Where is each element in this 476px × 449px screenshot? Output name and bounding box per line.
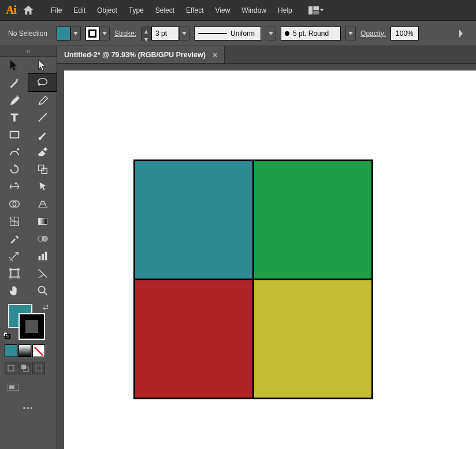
color-mode-gradient[interactable] xyxy=(18,344,31,357)
svg-point-3 xyxy=(39,103,40,105)
tool-free-transform[interactable] xyxy=(28,178,57,195)
svg-point-17 xyxy=(9,257,10,258)
tool-slice[interactable] xyxy=(28,265,57,282)
variable-width-profile[interactable]: Uniform xyxy=(194,27,261,40)
svg-rect-22 xyxy=(10,270,18,277)
svg-rect-7 xyxy=(42,168,47,173)
brush-label: 5 pt. Round xyxy=(293,29,329,38)
artboard xyxy=(64,70,476,449)
tool-direct-selection[interactable] xyxy=(28,57,57,74)
fill-swatch[interactable] xyxy=(57,27,70,40)
home-icon[interactable] xyxy=(22,4,35,17)
brush-dropdown[interactable] xyxy=(345,27,356,40)
stroke-dropdown[interactable] xyxy=(99,27,110,40)
tool-paintbrush[interactable] xyxy=(28,126,57,143)
tool-magic-wand[interactable] xyxy=(0,74,28,91)
svg-rect-21 xyxy=(44,252,47,261)
draw-behind-icon[interactable] xyxy=(18,362,31,374)
menu-help[interactable]: Help xyxy=(272,4,298,17)
stroke-width-dropdown[interactable] xyxy=(179,27,189,40)
menu-edit[interactable]: Edit xyxy=(68,4,91,17)
control-bar: No Selection Stroke: ▴▾ 3 pt Uniform 5 p… xyxy=(0,21,476,46)
menu-select[interactable]: Select xyxy=(150,4,180,17)
default-fill-stroke-icon[interactable] xyxy=(3,332,10,341)
tool-column-graph[interactable] xyxy=(28,247,57,265)
opacity-field[interactable]: 100% xyxy=(391,27,419,40)
profile-dropdown[interactable] xyxy=(266,27,276,40)
controlbar-overflow[interactable] xyxy=(454,27,468,40)
tool-rectangle[interactable] xyxy=(0,126,28,143)
draw-inside-icon[interactable] xyxy=(32,362,45,374)
tool-shaper[interactable] xyxy=(0,143,28,161)
edit-toolbar-button[interactable]: ••• xyxy=(0,399,57,418)
menu-type[interactable]: Type xyxy=(123,4,150,17)
tool-blend[interactable] xyxy=(28,230,57,247)
menu-file[interactable]: File xyxy=(45,4,68,17)
menu-window[interactable]: Window xyxy=(236,4,272,17)
tool-zoom[interactable] xyxy=(28,282,57,299)
brush-definition[interactable]: 5 pt. Round xyxy=(281,27,341,40)
document-tab[interactable]: Untitled-2* @ 79.93% (RGB/GPU Preview) × xyxy=(57,46,225,63)
tool-artboard[interactable] xyxy=(0,265,28,282)
workspace-switcher[interactable] xyxy=(308,5,325,16)
canvas[interactable] xyxy=(57,64,476,449)
document-tab-bar: Untitled-2* @ 79.93% (RGB/GPU Preview) × xyxy=(57,46,476,64)
svg-rect-6 xyxy=(38,165,43,170)
menu-effect[interactable]: Effect xyxy=(180,4,209,17)
selection-status: No Selection xyxy=(8,29,47,38)
fill-dropdown[interactable] xyxy=(70,27,81,40)
stroke-width-spinner[interactable]: ▴▾ 3 pt xyxy=(141,27,189,40)
tool-eyedropper[interactable] xyxy=(0,230,28,247)
panel-collapse-toggle[interactable]: ‹‹ xyxy=(0,46,57,57)
svg-point-5 xyxy=(17,149,19,151)
artwork-rect-tr[interactable] xyxy=(252,159,373,280)
artwork-rect-bl[interactable] xyxy=(133,279,254,399)
artwork-group xyxy=(133,159,373,399)
tool-symbol-sprayer[interactable] xyxy=(0,247,28,265)
tool-selection[interactable] xyxy=(0,57,28,74)
artwork-rect-br[interactable] xyxy=(252,279,373,399)
screen-mode-icon[interactable] xyxy=(5,381,22,394)
tool-gradient[interactable] xyxy=(28,213,57,230)
document-area: Untitled-2* @ 79.93% (RGB/GPU Preview) × xyxy=(57,46,476,449)
svg-rect-4 xyxy=(10,132,18,138)
tool-line-segment[interactable] xyxy=(28,109,57,126)
svg-point-18 xyxy=(12,260,13,261)
tool-width[interactable] xyxy=(0,178,28,195)
artwork-rect-tl[interactable] xyxy=(133,159,254,280)
close-icon[interactable]: × xyxy=(213,50,217,60)
draw-normal-icon[interactable] xyxy=(5,362,17,374)
color-mode-solid[interactable] xyxy=(5,344,17,357)
svg-point-16 xyxy=(10,259,11,261)
svg-point-8 xyxy=(14,183,17,185)
tool-shape-builder[interactable] xyxy=(0,195,28,213)
swap-fill-stroke-icon[interactable]: ⇄ xyxy=(43,303,49,311)
menu-view[interactable]: View xyxy=(210,4,236,17)
document-tab-title: Untitled-2* @ 79.93% (RGB/GPU Preview) xyxy=(64,51,206,59)
menu-object[interactable]: Object xyxy=(91,4,123,17)
tool-type[interactable] xyxy=(0,109,28,126)
tool-eraser[interactable] xyxy=(28,143,57,161)
tool-curvature[interactable] xyxy=(28,91,57,109)
tool-perspective-grid[interactable] xyxy=(28,195,57,213)
stroke-indicator[interactable] xyxy=(20,314,44,339)
tool-mesh[interactable] xyxy=(0,213,28,230)
fill-swatch-group xyxy=(57,27,81,40)
fill-stroke-indicator: ⇄ xyxy=(0,299,57,342)
app-logo: Ai xyxy=(6,3,16,17)
stroke-swatch[interactable] xyxy=(85,27,99,40)
spin-down-icon[interactable]: ▾ xyxy=(142,35,151,43)
tool-pen[interactable] xyxy=(0,91,28,109)
color-mode-none[interactable] xyxy=(32,344,45,357)
svg-rect-19 xyxy=(38,256,40,260)
spin-up-icon[interactable]: ▴ xyxy=(142,27,151,35)
tool-rotate[interactable] xyxy=(0,161,28,178)
tool-hand[interactable] xyxy=(0,282,28,299)
opacity-label[interactable]: Opacity: xyxy=(360,29,386,38)
menu-bar: Ai FileEditObjectTypeSelectEffectViewWin… xyxy=(0,0,476,21)
tools-panel: ‹‹ ⇄ ••• xyxy=(0,46,57,449)
tool-scale[interactable] xyxy=(28,161,57,178)
tool-lasso[interactable] xyxy=(28,74,57,91)
stroke-width-field[interactable]: 3 pt xyxy=(151,27,179,40)
stroke-label[interactable]: Stroke: xyxy=(114,29,136,38)
